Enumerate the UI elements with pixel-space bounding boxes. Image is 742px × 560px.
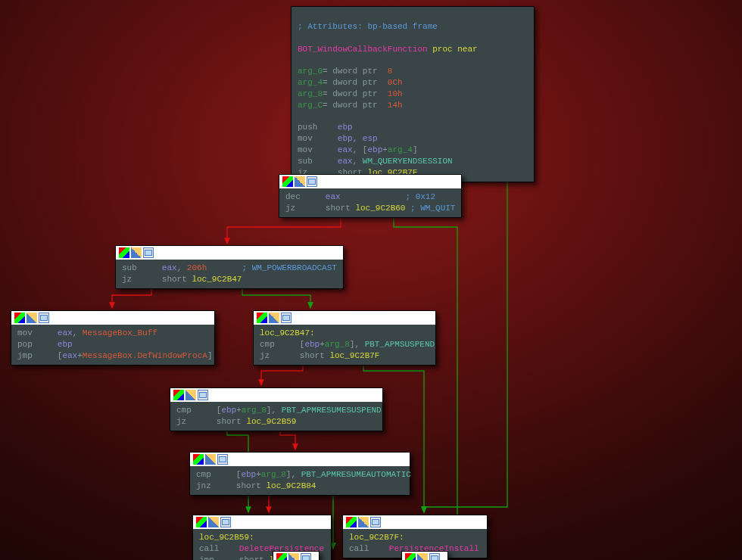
edit-icon[interactable] [26, 313, 37, 323]
color-icon[interactable] [196, 517, 207, 527]
graph-icon[interactable] [39, 313, 49, 323]
block-header [11, 311, 214, 325]
block-header [190, 453, 410, 466]
block-body: mov eax, MessageBox_Buff pop ebp jmp [ea… [11, 325, 214, 365]
block-resumeauto[interactable]: cmp [ebp+arg_8], PBT_APMRESUMEAUTOMATIC … [189, 452, 410, 496]
graph-icon[interactable] [301, 553, 311, 560]
block-header [279, 175, 461, 188]
block-header [254, 311, 435, 325]
edit-icon[interactable] [131, 247, 142, 258]
graph-icon[interactable] [217, 454, 228, 465]
graph-icon[interactable] [370, 517, 381, 527]
edit-icon[interactable] [205, 454, 216, 465]
comment: ; Attributes: bp-based frame [298, 22, 438, 31]
color-icon[interactable] [14, 313, 25, 323]
graph-icon[interactable] [281, 313, 292, 323]
color-icon[interactable] [276, 553, 287, 560]
block-header [273, 552, 319, 560]
block-header [402, 552, 447, 560]
color-icon[interactable] [346, 517, 357, 527]
edit-icon[interactable] [186, 390, 196, 400]
block-partial-left[interactable] [273, 551, 320, 560]
block-body: loc_9C2B47: cmp [ebp+arg_8], PBT_APMSUSP… [254, 325, 435, 365]
block-header [343, 515, 487, 529]
block-body: ; Attributes: bp-based frame BOT_WindowC… [292, 7, 534, 182]
block-body: dec eax ; 0x12 jz short loc_9C2B60 ; WM_… [279, 188, 461, 217]
edit-icon[interactable] [417, 553, 428, 560]
graph-icon[interactable] [198, 390, 208, 400]
edit-icon[interactable] [358, 517, 369, 527]
block-partial-right[interactable] [401, 551, 448, 560]
graph-icon[interactable] [220, 517, 231, 527]
edit-icon[interactable] [288, 553, 299, 560]
block-body: cmp [ebp+arg_8], PBT_APMRESUMEAUTOMATIC … [190, 466, 410, 495]
block-header [170, 388, 382, 402]
block-entry[interactable]: ; Attributes: bp-based frame BOT_WindowC… [291, 6, 535, 182]
block-body: sub eax, 206h ; WM_POWERBROADCAST jz sho… [116, 260, 343, 288]
edit-icon[interactable] [295, 176, 305, 187]
graph-icon[interactable] [143, 247, 154, 258]
block-header [193, 515, 331, 529]
graph-icon[interactable] [307, 176, 317, 187]
graph-icon[interactable] [429, 553, 440, 560]
block-header [116, 246, 343, 260]
color-icon[interactable] [193, 454, 204, 465]
edit-icon[interactable] [269, 313, 279, 323]
color-icon[interactable] [173, 390, 184, 400]
color-icon[interactable] [282, 176, 293, 187]
block-msgbox[interactable]: mov eax, MessageBox_Buff pop ebp jmp [ea… [11, 310, 215, 366]
block-resumesuspend[interactable]: cmp [ebp+arg_8], PBT_APMRESUMESUSPEND jz… [170, 387, 383, 431]
func-name: BOT_WindowCallbackFunction [298, 45, 428, 54]
block-dec[interactable]: dec eax ; 0x12 jz short loc_9C2B60 ; WM_… [279, 174, 462, 218]
edit-icon[interactable] [208, 517, 219, 527]
block-sub206[interactable]: sub eax, 206h ; WM_POWERBROADCAST jz sho… [115, 245, 344, 289]
color-icon[interactable] [257, 313, 267, 323]
block-body: cmp [ebp+arg_8], PBT_APMRESUMESUSPEND jz… [170, 402, 382, 431]
color-icon[interactable] [119, 247, 129, 258]
color-icon[interactable] [405, 553, 416, 560]
block-loc47[interactable]: loc_9C2B47: cmp [ebp+arg_8], PBT_APMSUSP… [253, 310, 436, 366]
